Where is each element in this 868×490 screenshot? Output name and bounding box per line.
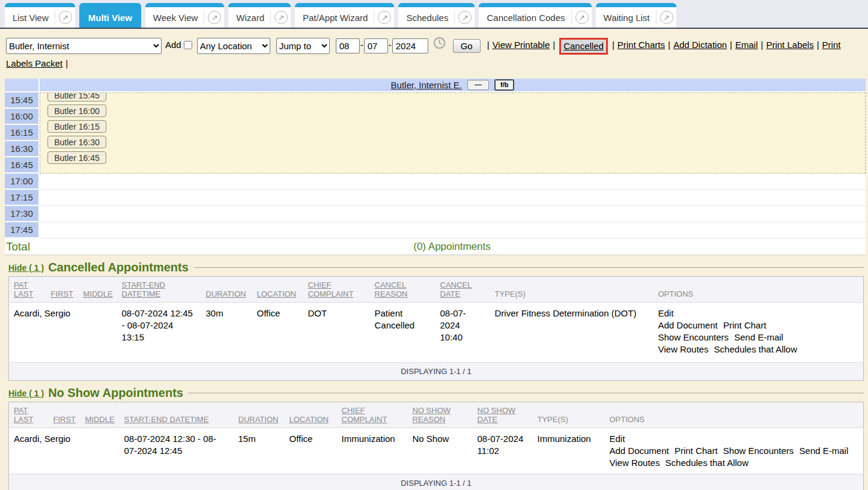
send-email-option[interactable]: Send E-mail (734, 331, 783, 343)
slot-button[interactable]: Butler 16:30 (47, 136, 106, 148)
sort-pat-last[interactable]: PAT LAST (14, 280, 34, 298)
collapse-column-button[interactable]: — (467, 80, 489, 90)
sort-pat-last[interactable]: PAT LAST (14, 406, 34, 424)
link-separator: | (761, 40, 763, 50)
chief-complaint-cell: Immunization (337, 428, 408, 474)
empty-slot-row[interactable] (40, 206, 866, 222)
location-select[interactable]: Any Location (197, 38, 270, 54)
column-types: TYPE(S) (538, 415, 568, 424)
sort-start-end[interactable]: START-END DATETIME (122, 280, 165, 298)
sort-no-show-date[interactable]: NO SHOW DATE (478, 406, 516, 424)
empty-slot-row[interactable] (40, 222, 866, 238)
slot-button[interactable]: Butler 15:45 (47, 92, 106, 101)
open-new-window-icon[interactable] (660, 11, 673, 24)
send-email-option[interactable]: Send E-mail (800, 445, 849, 457)
add-checkbox[interactable] (184, 41, 192, 49)
open-new-window-icon[interactable] (208, 11, 221, 24)
open-new-window-icon[interactable] (378, 11, 391, 24)
cancelled-link[interactable]: Cancelled (563, 41, 604, 51)
go-button[interactable]: Go (453, 39, 481, 53)
open-new-window-icon[interactable] (59, 11, 72, 24)
section-divider-rule (193, 267, 864, 268)
tab-schedules[interactable]: Schedules (398, 3, 475, 28)
sort-no-show-reason[interactable]: NO SHOW REASON (413, 406, 451, 424)
view-printable-link[interactable]: View Printable (493, 40, 550, 50)
sort-chief-complaint[interactable]: CHIEF COMPLAINT (342, 406, 387, 424)
slot-button[interactable]: Butler 16:15 (47, 120, 106, 133)
tab-waiting-list[interactable]: Waiting List (596, 3, 676, 28)
sort-middle[interactable]: MIDDLE (85, 415, 115, 424)
view-routes-option[interactable]: View Routes (610, 457, 660, 469)
sort-chief-complaint[interactable]: CHIEF COMPLAINT (308, 280, 354, 298)
edit-option[interactable]: Edit (658, 307, 836, 319)
types-cell: Driver Fitness Determination (DOT) (490, 303, 654, 363)
tab-label: List View (13, 13, 49, 23)
link-separator: | (487, 40, 490, 50)
tab-wizard[interactable]: Wizard (228, 3, 291, 28)
open-new-window-icon[interactable] (458, 11, 472, 24)
date-separator: - (389, 40, 392, 50)
time-label: 17:30 (5, 206, 38, 221)
print-chart-option[interactable]: Print Chart (675, 445, 718, 457)
edit-option[interactable]: Edit (610, 433, 859, 445)
email-link[interactable]: Email (735, 40, 758, 50)
location-cell: Office (252, 303, 303, 363)
sort-duration[interactable]: DURATION (238, 415, 279, 424)
jump-to-select[interactable]: Jump to (276, 38, 330, 54)
slot-button[interactable]: Butler 16:45 (47, 151, 106, 164)
date-day-field[interactable] (364, 38, 388, 53)
show-encounters-option[interactable]: Show Encounters (658, 331, 729, 343)
sort-cancel-date[interactable]: CANCEL DATE (440, 280, 472, 298)
open-new-window-icon[interactable] (575, 11, 589, 24)
sort-first[interactable]: FIRST (51, 289, 74, 298)
add-document-option[interactable]: Add Document (658, 319, 718, 331)
schedules-that-allow-option[interactable]: Schedules that Allow (666, 457, 748, 469)
no-show-appointments-section: Hide ( 1 ) No Show Appointments PAT LAST… (8, 386, 864, 490)
open-new-window-icon[interactable] (275, 11, 288, 24)
sort-cancel-reason[interactable]: CANCEL REASON (375, 280, 408, 298)
options-cell: Edit Add Document Print Chart Show Encou… (605, 428, 864, 474)
view-routes-option[interactable]: View Routes (658, 343, 709, 355)
time-label: 16:15 (5, 125, 38, 140)
provider-column-link[interactable]: Butler, Internist E. (391, 80, 462, 90)
fb-toggle-button[interactable]: f/b (494, 79, 514, 91)
clock-icon[interactable] (433, 37, 446, 54)
add-dictation-link[interactable]: Add Dictation (673, 40, 727, 50)
tab-cancellation-codes[interactable]: Cancellation Codes (479, 3, 591, 28)
sort-location[interactable]: LOCATION (290, 415, 329, 424)
print-labels-link[interactable]: Print Labels (766, 40, 813, 50)
tab-pat-appt-wizard[interactable]: Pat/Appt Wizard (295, 3, 394, 28)
schedules-that-allow-option[interactable]: Schedules that Allow (714, 343, 797, 355)
sort-middle[interactable]: MIDDLE (83, 289, 113, 298)
show-encounters-option[interactable]: Show Encounters (723, 445, 794, 457)
schedule-body: 15:45 16:00 16:15 16:30 16:45 17:00 17:1… (5, 92, 866, 238)
time-column: 15:45 16:00 16:15 16:30 16:45 17:00 17:1… (5, 92, 38, 238)
sort-duration[interactable]: DURATION (206, 289, 246, 298)
column-options: OPTIONS (658, 289, 694, 298)
sort-location[interactable]: LOCATION (257, 289, 297, 298)
print-chart-option[interactable]: Print Chart (723, 319, 766, 331)
sort-first[interactable]: FIRST (53, 415, 76, 424)
slot-button[interactable]: Butler 16:00 (47, 104, 106, 117)
date-month-field[interactable] (336, 38, 360, 53)
hide-no-show-link[interactable]: Hide ( 1 ) (8, 389, 44, 398)
tab-label: Schedules (406, 13, 448, 23)
tab-multi-view[interactable]: Multi View (79, 3, 141, 28)
date-year-field[interactable] (392, 38, 428, 53)
sort-start-end[interactable]: START-END DATETIME (124, 415, 209, 424)
tab-divider (571, 10, 572, 25)
hide-cancelled-link[interactable]: Hide ( 1 ) (8, 263, 44, 273)
add-document-option[interactable]: Add Document (610, 445, 669, 457)
tab-week-view[interactable]: Week View (145, 3, 224, 28)
empty-slot-row[interactable] (40, 174, 866, 190)
empty-slot-row[interactable] (40, 190, 866, 206)
tab-divider (656, 10, 657, 25)
provider-select[interactable]: Butler, Internist (6, 38, 162, 54)
cancel-reason-cell: Patient Cancelled (370, 303, 436, 363)
no-show-date-cell: 08-07-2024 11:02 (473, 428, 533, 474)
tab-list-view[interactable]: List View (5, 3, 75, 28)
link-separator: | (65, 58, 68, 68)
tab-label: Cancellation Codes (487, 13, 565, 23)
time-label: 16:30 (5, 141, 38, 156)
print-charts-link[interactable]: Print Charts (618, 40, 665, 50)
